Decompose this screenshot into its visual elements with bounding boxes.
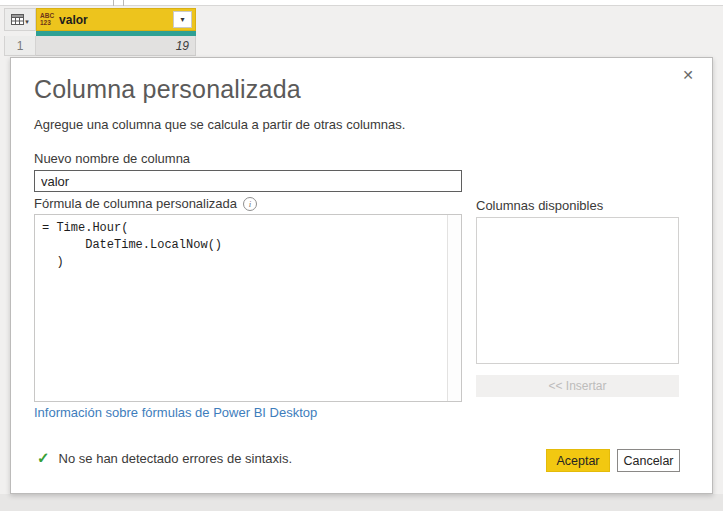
column-name-label: valor: [59, 13, 173, 27]
table-select-all-button[interactable]: ▾: [4, 8, 36, 31]
available-columns-label: Columnas disponibles: [476, 198, 603, 213]
check-icon: ✓: [37, 449, 50, 467]
formula-editor: = Time.Hour( DateTime.LocalNow() ): [34, 214, 462, 402]
top-tick: [123, 0, 124, 6]
top-divider: [0, 0, 723, 6]
query-table: ▾ ABC 123 valor ▾ 1 19: [4, 8, 196, 56]
dialog-subtitle: Agregue una columna que se calcula a par…: [34, 117, 405, 132]
info-icon[interactable]: i: [243, 197, 257, 211]
cancel-button[interactable]: Cancelar: [617, 449, 680, 472]
column-header-valor[interactable]: ABC 123 valor ▾: [36, 8, 196, 31]
custom-column-dialog: ✕ Columna personalizada Agregue una colu…: [10, 57, 713, 494]
accept-button[interactable]: Aceptar: [546, 449, 610, 472]
table-grid-icon: [11, 14, 24, 25]
formula-label-row: Fórmula de columna personalizada i: [34, 196, 257, 211]
new-column-name-input[interactable]: [34, 170, 462, 192]
column-type-abc123-icon: ABC 123: [40, 13, 54, 27]
top-tick: [113, 0, 114, 6]
chevron-down-icon: ▾: [25, 18, 29, 25]
syntax-status: ✓ No se han detectado errores de sintaxi…: [37, 449, 292, 467]
syntax-status-text: No se han detectado errores de sintaxis.: [59, 451, 292, 466]
custom-formula-label: Fórmula de columna personalizada: [34, 196, 237, 211]
chevron-down-icon: ▾: [180, 16, 184, 24]
dialog-title: Columna personalizada: [34, 75, 301, 104]
new-column-name-label: Nuevo nombre de columna: [34, 151, 190, 166]
page-background: [0, 494, 723, 511]
formulas-help-link[interactable]: Información sobre fórmulas de Power BI D…: [34, 405, 317, 420]
insert-button[interactable]: << Insertar: [476, 375, 679, 397]
close-icon[interactable]: ✕: [678, 65, 698, 85]
formula-scrollbar[interactable]: [447, 215, 461, 401]
formula-code-input[interactable]: = Time.Hour( DateTime.LocalNow() ): [35, 215, 447, 401]
available-columns-listbox[interactable]: [476, 217, 679, 364]
column-filter-button[interactable]: ▾: [173, 11, 192, 28]
row-number: 1: [4, 36, 36, 56]
table-cell-value[interactable]: 19: [36, 36, 196, 56]
